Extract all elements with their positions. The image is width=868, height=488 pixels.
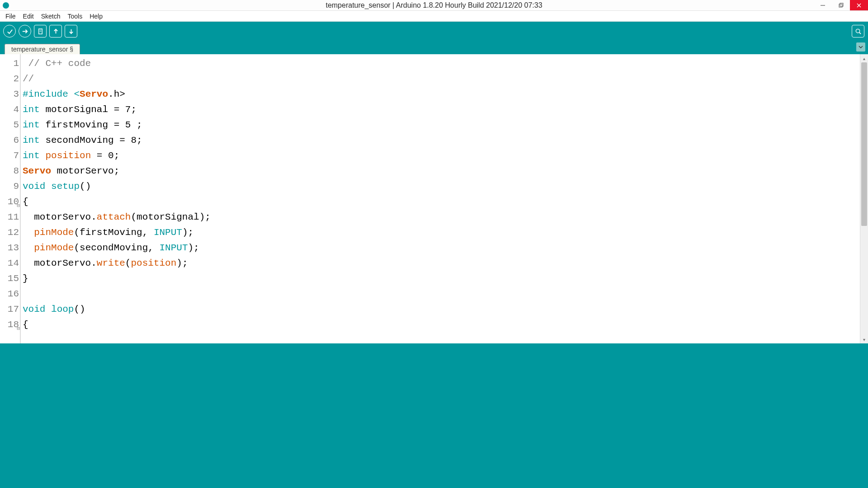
scroll-down-arrow[interactable]: ▾ <box>860 335 868 343</box>
code-line[interactable]: int position = 0; <box>23 148 860 164</box>
save-button[interactable] <box>65 25 77 38</box>
file-icon <box>37 28 44 35</box>
app-icon <box>3 2 9 9</box>
code-line[interactable]: int motorSignal = 7; <box>23 102 860 117</box>
menu-help[interactable]: Help <box>86 13 106 20</box>
upload-button[interactable] <box>19 25 31 38</box>
menu-file[interactable]: File <box>2 13 19 20</box>
code-line[interactable]: // C++ code <box>23 56 860 71</box>
code-line[interactable]: #include <Servo.h> <box>23 87 860 102</box>
vertical-scrollbar[interactable]: ▴ ▾ <box>860 54 868 343</box>
arrow-right-icon <box>22 28 28 35</box>
editor[interactable]: 12345678910⊟1112131415161718⊟ // C++ cod… <box>0 54 868 343</box>
magnifier-icon <box>855 28 862 35</box>
fold-marker[interactable]: ⊟ <box>17 321 20 336</box>
titlebar: temperature_sensor | Arduino 1.8.20 Hour… <box>0 0 868 11</box>
sketch-tab[interactable]: temperature_sensor § <box>5 44 80 54</box>
code-line[interactable]: void loop() <box>23 302 860 317</box>
open-button[interactable] <box>49 25 62 38</box>
code-area[interactable]: // C++ code//#include <Servo.h>int motor… <box>21 54 860 343</box>
chevron-down-icon <box>858 44 863 50</box>
code-line[interactable]: pinMode(firstMoving, INPUT); <box>23 225 860 240</box>
code-line[interactable]: motorServo.attach(motorSignal); <box>23 210 860 225</box>
menu-sketch[interactable]: Sketch <box>38 13 64 20</box>
arrow-up-icon <box>52 28 59 35</box>
maximize-button[interactable] <box>832 0 850 10</box>
close-button[interactable] <box>850 0 868 10</box>
code-line[interactable]: void setup() <box>23 179 860 194</box>
code-line[interactable]: // <box>23 71 860 87</box>
code-line[interactable] <box>23 286 860 302</box>
menu-edit[interactable]: Edit <box>19 13 38 20</box>
scroll-track[interactable] <box>860 62 868 335</box>
window-title: temperature_sensor | Arduino 1.8.20 Hour… <box>326 1 542 9</box>
svg-line-12 <box>859 32 860 33</box>
svg-rect-2 <box>840 3 843 6</box>
minimize-button[interactable] <box>814 0 832 10</box>
tab-dropdown-button[interactable] <box>856 42 865 52</box>
menu-tools[interactable]: Tools <box>64 13 86 20</box>
window-controls <box>814 0 868 10</box>
toolbar <box>0 22 868 41</box>
code-line[interactable]: Servo motorServo; <box>23 164 860 179</box>
code-line[interactable]: } <box>23 271 860 286</box>
arrow-down-icon <box>68 28 75 35</box>
svg-point-11 <box>856 29 859 33</box>
maximize-icon <box>838 3 844 8</box>
serial-monitor-button[interactable] <box>852 25 864 38</box>
code-line[interactable]: int firstMoving = 5 ; <box>23 117 860 133</box>
new-button[interactable] <box>34 25 47 38</box>
code-line[interactable]: { <box>23 317 860 333</box>
menubar: File Edit Sketch Tools Help <box>0 11 868 22</box>
close-icon <box>856 3 862 8</box>
code-line[interactable]: motorServo.write(position); <box>23 256 860 271</box>
svg-rect-1 <box>839 4 842 7</box>
scroll-thumb[interactable] <box>861 62 867 226</box>
code-line[interactable]: { <box>23 194 860 210</box>
code-line[interactable]: int secondMoving = 8; <box>23 133 860 148</box>
code-line[interactable]: pinMode(secondMoving, INPUT); <box>23 240 860 256</box>
minimize-icon <box>820 3 826 8</box>
console-area <box>0 343 868 488</box>
tabbar: temperature_sensor § <box>0 41 868 54</box>
verify-button[interactable] <box>3 25 16 38</box>
line-gutter: 12345678910⊟1112131415161718⊟ <box>0 54 21 343</box>
scroll-up-arrow[interactable]: ▴ <box>860 54 868 62</box>
check-icon <box>6 28 13 35</box>
